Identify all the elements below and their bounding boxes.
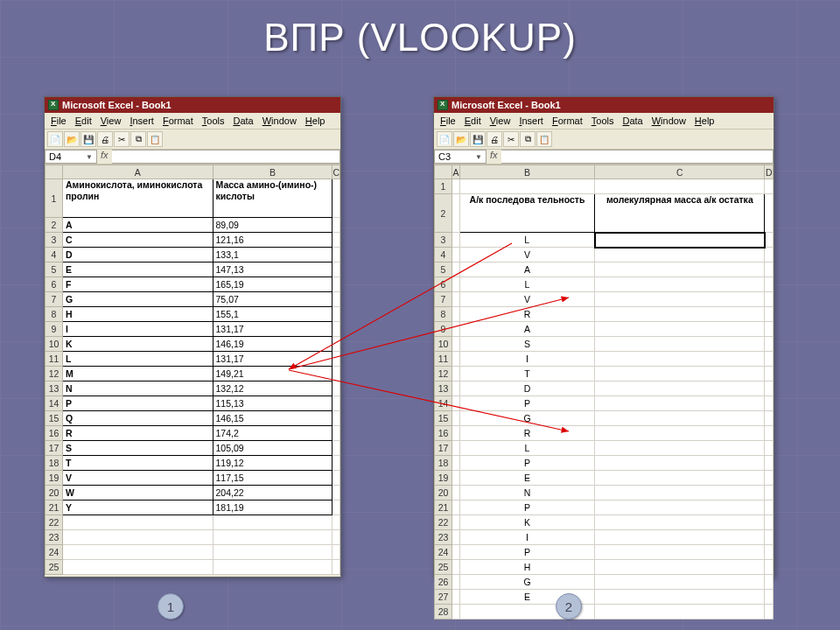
paste-icon[interactable]: 📋: [536, 131, 552, 147]
row-2[interactable]: 2: [46, 218, 63, 233]
mass-cell[interactable]: [595, 292, 765, 307]
cell[interactable]: [332, 218, 340, 233]
row-28[interactable]: 28: [435, 605, 452, 620]
row-12[interactable]: 12: [46, 367, 63, 382]
mass-cell[interactable]: [595, 545, 765, 560]
col-D[interactable]: D: [765, 165, 774, 179]
mass-cell[interactable]: [595, 590, 765, 605]
menu-data[interactable]: Data: [229, 115, 256, 127]
cell[interactable]: [332, 307, 340, 322]
row-9[interactable]: 9: [46, 322, 63, 337]
col-B[interactable]: B: [459, 165, 594, 179]
aa-mass[interactable]: 131,17: [213, 322, 332, 337]
row-25[interactable]: 25: [46, 560, 63, 575]
mass-cell[interactable]: [595, 560, 765, 575]
header-B[interactable]: Масса амино-(имино-) кислоты: [213, 179, 332, 218]
seq-cell[interactable]: P: [459, 500, 594, 515]
row-26[interactable]: 26: [435, 575, 452, 590]
row-14[interactable]: 14: [46, 396, 63, 411]
row-21[interactable]: 21: [435, 500, 452, 515]
cell[interactable]: [332, 471, 340, 486]
new-icon[interactable]: 📄: [47, 131, 63, 147]
mass-cell[interactable]: [595, 486, 765, 500]
aa-mass[interactable]: 119,12: [213, 456, 332, 471]
seq-cell[interactable]: V: [459, 248, 594, 262]
row-5[interactable]: 5: [46, 262, 63, 277]
seq-cell[interactable]: L: [459, 441, 594, 456]
row-22[interactable]: 22: [435, 515, 452, 530]
row-1[interactable]: 1: [435, 179, 452, 194]
seq-cell[interactable]: S: [459, 337, 594, 352]
mass-cell[interactable]: [595, 337, 765, 352]
mass-cell[interactable]: [595, 352, 765, 367]
row-24[interactable]: 24: [46, 545, 63, 560]
aa-mass[interactable]: 181,19: [213, 500, 332, 515]
aa-code[interactable]: V: [63, 471, 214, 486]
row-15[interactable]: 15: [46, 411, 63, 426]
menu-file[interactable]: File: [437, 115, 459, 127]
menu-format[interactable]: Format: [159, 115, 197, 127]
aa-code[interactable]: I: [63, 322, 214, 337]
seq-cell[interactable]: R: [459, 307, 594, 322]
row-14[interactable]: 14: [435, 396, 452, 411]
menu-insert[interactable]: Insert: [515, 115, 547, 127]
row-21[interactable]: 21: [46, 500, 63, 515]
mass-cell[interactable]: [595, 471, 765, 486]
aa-code[interactable]: D: [63, 248, 214, 262]
header-B[interactable]: А/к последова тельность: [459, 194, 594, 233]
new-icon[interactable]: 📄: [437, 131, 452, 147]
mass-cell[interactable]: [595, 530, 765, 545]
aa-mass[interactable]: 115,13: [213, 396, 332, 411]
aa-code[interactable]: T: [63, 456, 214, 471]
cell[interactable]: [332, 179, 340, 218]
row-16[interactable]: 16: [435, 426, 452, 441]
row-18[interactable]: 18: [435, 456, 452, 471]
seq-cell[interactable]: L: [459, 233, 594, 248]
aa-mass[interactable]: 117,15: [213, 471, 332, 486]
name-box[interactable]: D4▼: [45, 150, 97, 164]
open-icon[interactable]: 📂: [453, 131, 469, 147]
mass-cell[interactable]: [595, 277, 765, 292]
row-25[interactable]: 25: [435, 560, 452, 575]
row-24[interactable]: 24: [435, 545, 452, 560]
row-27[interactable]: 27: [435, 590, 452, 605]
mass-cell[interactable]: [595, 456, 765, 471]
aa-code[interactable]: F: [63, 277, 214, 292]
row-4[interactable]: 4: [46, 248, 63, 262]
aa-code[interactable]: Q: [63, 411, 214, 426]
aa-mass[interactable]: 146,19: [213, 337, 332, 352]
row-12[interactable]: 12: [435, 367, 452, 382]
row-10[interactable]: 10: [435, 337, 452, 352]
seq-cell[interactable]: A: [459, 322, 594, 337]
mass-cell[interactable]: [595, 248, 765, 262]
header-A[interactable]: Аминокислота, иминокислота пролин: [63, 179, 214, 218]
cell[interactable]: [332, 277, 340, 292]
cell[interactable]: [332, 500, 340, 515]
row-8[interactable]: 8: [46, 307, 63, 322]
cell[interactable]: [332, 322, 340, 337]
aa-mass[interactable]: 121,16: [213, 233, 332, 248]
aa-code[interactable]: R: [63, 426, 214, 441]
aa-mass[interactable]: 155,1: [213, 307, 332, 322]
seq-cell[interactable]: T: [459, 367, 594, 382]
mass-cell[interactable]: [595, 515, 765, 530]
col-B[interactable]: B: [213, 165, 332, 179]
cell[interactable]: [332, 426, 340, 441]
row-9[interactable]: 9: [435, 322, 452, 337]
menu-edit[interactable]: Edit: [72, 115, 95, 127]
row-20[interactable]: 20: [435, 486, 452, 500]
mass-cell[interactable]: [595, 322, 765, 337]
seq-cell[interactable]: D: [459, 382, 594, 396]
menu-view[interactable]: View: [97, 115, 125, 127]
header-C[interactable]: молекулярная масса а/к остатка: [595, 194, 765, 233]
seq-cell[interactable]: A: [459, 262, 594, 277]
seq-cell[interactable]: E: [459, 471, 594, 486]
aa-code[interactable]: H: [63, 307, 214, 322]
cell[interactable]: [332, 248, 340, 262]
aa-mass[interactable]: 165,19: [213, 277, 332, 292]
aa-mass[interactable]: 204,22: [213, 486, 332, 500]
seq-cell[interactable]: R: [459, 426, 594, 441]
aa-code[interactable]: W: [63, 486, 214, 500]
aa-code[interactable]: K: [63, 337, 214, 352]
mass-cell[interactable]: [595, 441, 765, 456]
